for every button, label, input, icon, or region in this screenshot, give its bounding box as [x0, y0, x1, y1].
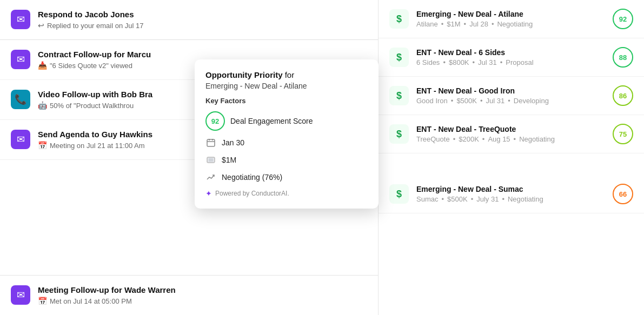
deal-title: ENT - New Deal - Good Iron [416, 86, 613, 95]
popup-date-row: Jan 30 [205, 137, 368, 148]
dot: • [453, 135, 456, 143]
opportunity-priority-popup: Opportunity Priority for Emerging - New … [195, 59, 379, 209]
deal-title: ENT - New Deal - 6 Sides [416, 48, 613, 57]
powered-by: ✦ Powered by ConductorAI. [205, 189, 368, 198]
deal-company: Atilane [416, 20, 438, 28]
deal-stage: Developing [514, 97, 549, 105]
popup-amount: $1M [222, 156, 236, 164]
dot: • [514, 135, 516, 143]
conductor-icon: ✦ [205, 189, 212, 198]
deal-company: TreeQuote [416, 135, 450, 143]
activity-sub-text: Met on Jul 14 at 05:00 PM [50, 297, 132, 305]
deal-item-treequote[interactable]: $ ENT - New Deal - TreeQuote TreeQuote •… [379, 115, 644, 153]
deal-stage: Proposal [506, 58, 533, 66]
deal-meta: 6 Sides • $800K • Jul 31 • Proposal [416, 58, 613, 66]
deal-amount: $200K [459, 135, 479, 143]
popup-subtitle: Emerging - New Deal - Atilane [205, 82, 368, 90]
deal-content: ENT - New Deal - TreeQuote TreeQuote • $… [416, 125, 613, 143]
deal-meta: Sumac • $500K • July 31 • Negotiating [416, 195, 613, 203]
deal-content: Emerging - New Deal - Sumac Sumac • $500… [416, 185, 613, 203]
deal-meta: Good Iron • $500K • Jul 31 • Developing [416, 97, 613, 105]
deal-date: Jul 31 [478, 58, 497, 66]
popup-title: Opportunity Priority for [205, 70, 368, 79]
deal-meta: Atilane • $1M • Jul 28 • Negotiating [416, 20, 613, 28]
deal-title: Emerging - New Deal - Atilane [416, 10, 613, 18]
deal-item-atilane[interactable]: $ Emerging - New Deal - Atilane Atilane … [379, 0, 644, 38]
powered-text: Powered by ConductorAI. [215, 190, 289, 197]
calendar-icon: 📅 [38, 297, 47, 305]
dollar-icon: $ [389, 124, 409, 144]
dot: • [492, 20, 494, 28]
deal-score: 88 [613, 47, 633, 68]
deal-date: Jul 31 [486, 97, 505, 105]
deal-content: ENT - New Deal - 6 Sides 6 Sides • $800K… [416, 48, 613, 66]
score-badge: 92 [205, 111, 225, 131]
deal-stage: Negotiating [508, 195, 543, 203]
svg-rect-5 [209, 158, 213, 162]
dot: • [441, 195, 444, 203]
left-panel: ✉ Respond to Jacob Jones ↩ Replied to yo… [0, 0, 379, 315]
deal-amount: $800K [449, 58, 469, 66]
activity-title: Contract Follow-up for Marcu [38, 50, 367, 59]
activity-sub: ↩ Replied to your email on Jul 17 [38, 21, 367, 30]
deal-item-sumac[interactable]: $ Emerging - New Deal - Sumac Sumac • $5… [379, 175, 644, 213]
popup-title-strong: Opportunity Priority [205, 70, 283, 79]
dot: • [441, 20, 444, 28]
activity-item-meeting[interactable]: ✉ Meeting Follow-up for Wade Warren 📅 Me… [0, 275, 378, 315]
deal-stage: Negotiating [497, 20, 533, 28]
dot: • [473, 58, 475, 66]
popup-amount-row: $1M [205, 155, 368, 165]
reply-icon: ↩ [38, 21, 44, 30]
activity-sub-text: Replied to your email on Jul 17 [47, 22, 144, 30]
activity-content: Meeting Follow-up for Wade Warren 📅 Met … [38, 285, 367, 305]
deal-company: Sumac [416, 195, 438, 203]
dot: • [480, 97, 483, 105]
deal-score: 86 [613, 85, 633, 106]
deal-item-good-iron[interactable]: $ ENT - New Deal - Good Iron Good Iron •… [379, 77, 644, 115]
activity-sub-text: "6 Sides Quote v2" viewed [50, 62, 132, 70]
dot: • [508, 97, 510, 105]
popup-stage-row: Negotiating (76%) [205, 172, 368, 183]
email-icon: ✉ [11, 285, 30, 305]
popup-section-label: Key Factors [205, 97, 368, 105]
score-label: Deal Engagement Score [230, 117, 313, 125]
dollar-icon: $ [389, 48, 409, 67]
deal-date: July 31 [476, 195, 499, 203]
deal-amount: $500K [447, 195, 468, 203]
deal-score: 66 [613, 184, 633, 204]
deal-item-6sides[interactable]: $ ENT - New Deal - 6 Sides 6 Sides • $80… [379, 38, 644, 77]
email-icon: ✉ [11, 10, 30, 29]
activity-content: Respond to Jacob Jones ↩ Replied to your… [38, 10, 367, 30]
popup-title-for: for [285, 70, 295, 79]
deal-date: Aug 15 [488, 135, 510, 143]
dot: • [482, 135, 485, 143]
calendar-icon: 📅 [38, 141, 47, 150]
dot: • [443, 58, 446, 66]
deal-amount: $1M [447, 20, 460, 28]
deal-date: Jul 28 [469, 20, 488, 28]
deal-company: 6 Sides [416, 58, 440, 66]
email-icon: ✉ [11, 130, 30, 149]
popup-stage: Negotiating (76%) [222, 173, 282, 182]
activity-title: Respond to Jacob Jones [38, 10, 367, 19]
deal-score: 92 [613, 9, 633, 29]
deal-score: 75 [613, 124, 633, 144]
right-panel: $ Emerging - New Deal - Atilane Atilane … [379, 0, 644, 315]
activity-sub-text: 50% of "Product Walkthrou [50, 102, 134, 110]
money-icon [205, 155, 216, 165]
chart-icon [205, 172, 216, 183]
activity-title: Meeting Follow-up for Wade Warren [38, 285, 367, 294]
deal-title: ENT - New Deal - TreeQuote [416, 125, 613, 133]
activity-sub-text: Meeting on Jul 21 at 11:00 Am [50, 142, 145, 150]
dot: • [471, 195, 474, 203]
popup-date: Jan 30 [222, 138, 244, 147]
popup-score-row: 92 Deal Engagement Score [205, 111, 368, 131]
robot-icon: 🤖 [38, 101, 47, 110]
deal-title: Emerging - New Deal - Sumac [416, 185, 613, 193]
download-icon: 📥 [38, 61, 47, 70]
activity-item-respond-jacob[interactable]: ✉ Respond to Jacob Jones ↩ Replied to yo… [0, 0, 378, 40]
deal-content: Emerging - New Deal - Atilane Atilane • … [416, 10, 613, 28]
dollar-icon: $ [389, 86, 409, 105]
activity-sub: 📅 Met on Jul 14 at 05:00 PM [38, 297, 367, 305]
svg-rect-0 [207, 139, 215, 146]
